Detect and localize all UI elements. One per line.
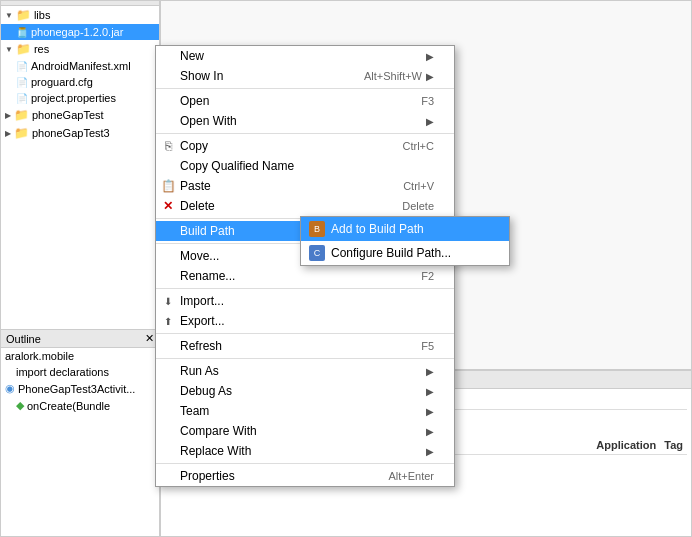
package-explorer-panel: ▼ 📁 libs 🫙 phonegap-1.2.0.jar ▼ 📁 res 📄 … bbox=[0, 0, 160, 330]
outline-item-oncreate[interactable]: ◆ onCreate(Bundle bbox=[1, 397, 159, 414]
tree-item-proguard[interactable]: 📄 proguard.cfg bbox=[1, 74, 159, 90]
menu-item-properties[interactable]: Properties Alt+Enter bbox=[156, 466, 454, 486]
logcat-col-application: Application bbox=[592, 438, 660, 452]
paste-icon: 📋 bbox=[160, 178, 176, 194]
menu-label-compare-with: Compare With bbox=[180, 424, 422, 438]
menu-item-copy-qualified[interactable]: Copy Qualified Name bbox=[156, 156, 454, 176]
menu-arrow-replace-with: ▶ bbox=[426, 446, 434, 457]
menu-item-refresh[interactable]: Refresh F5 bbox=[156, 336, 454, 356]
tree-item-project-properties[interactable]: 📄 project.properties bbox=[1, 90, 159, 106]
menu-shortcut-open: F3 bbox=[421, 95, 434, 107]
tree-label-phonegaptest3: phoneGapTest3 bbox=[32, 127, 110, 139]
menu-item-compare-with[interactable]: Compare With ▶ bbox=[156, 421, 454, 441]
submenu-label-add-build-path: Add to Build Path bbox=[331, 222, 424, 236]
menu-item-new[interactable]: New ▶ bbox=[156, 46, 454, 66]
jar-icon-phonegap: 🫙 bbox=[16, 27, 28, 38]
menu-label-paste: Paste bbox=[180, 179, 383, 193]
tree-item-manifest[interactable]: 📄 AndroidManifest.xml bbox=[1, 58, 159, 74]
menu-item-debug-as[interactable]: Debug As ▶ bbox=[156, 381, 454, 401]
outline-label-imports: import declarations bbox=[16, 366, 109, 378]
menu-label-run-as: Run As bbox=[180, 364, 422, 378]
menu-label-debug-as: Debug As bbox=[180, 384, 422, 398]
menu-item-copy[interactable]: ⎘ Copy Ctrl+C bbox=[156, 136, 454, 156]
folder-icon-libs: 📁 bbox=[16, 8, 31, 22]
tree-label-phonegap: phonegap-1.2.0.jar bbox=[31, 26, 123, 38]
tree-item-res[interactable]: ▼ 📁 res bbox=[1, 40, 159, 58]
tree-item-phonegaptest3[interactable]: ▶ 📁 phoneGapTest3 bbox=[1, 124, 159, 142]
tree-label-libs: libs bbox=[34, 9, 51, 21]
menu-shortcut-delete: Delete bbox=[402, 200, 434, 212]
menu-item-team[interactable]: Team ▶ bbox=[156, 401, 454, 421]
menu-label-new: New bbox=[180, 49, 422, 63]
menu-label-properties: Properties bbox=[180, 469, 368, 483]
oncreate-icon: ◆ bbox=[16, 399, 24, 412]
outline-item-activity[interactable]: ◉ PhoneGapTest3Activit... bbox=[1, 380, 159, 397]
separator-7 bbox=[156, 358, 454, 359]
submenu-item-add-build-path[interactable]: B Add to Build Path bbox=[301, 217, 509, 241]
menu-shortcut-paste: Ctrl+V bbox=[403, 180, 434, 192]
separator-6 bbox=[156, 333, 454, 334]
tree-label-proguard: proguard.cfg bbox=[31, 76, 93, 88]
tree-item-phonegap-jar[interactable]: 🫙 phonegap-1.2.0.jar bbox=[1, 24, 159, 40]
configure-buildpath-icon: C bbox=[309, 245, 325, 261]
file-icon-project-props: 📄 bbox=[16, 93, 28, 104]
menu-arrow-run-as: ▶ bbox=[426, 366, 434, 377]
menu-arrow-show-in: ▶ bbox=[426, 71, 434, 82]
outline-item-package[interactable]: aralork.mobile bbox=[1, 348, 159, 364]
menu-arrow-debug-as: ▶ bbox=[426, 386, 434, 397]
expand-arrow-res: ▼ bbox=[5, 45, 13, 54]
outline-label-activity: PhoneGapTest3Activit... bbox=[18, 383, 135, 395]
separator-1 bbox=[156, 88, 454, 89]
tree-label-project-props: project.properties bbox=[31, 92, 116, 104]
menu-arrow-compare-with: ▶ bbox=[426, 426, 434, 437]
close-icon-outline[interactable]: ✕ bbox=[145, 332, 154, 345]
tree-item-phonegaptest[interactable]: ▶ 📁 phoneGapTest bbox=[1, 106, 159, 124]
menu-shortcut-refresh: F5 bbox=[421, 340, 434, 352]
add-buildpath-icon: B bbox=[309, 221, 325, 237]
menu-label-replace-with: Replace With bbox=[180, 444, 422, 458]
menu-label-show-in: Show In bbox=[180, 69, 344, 83]
import-icon: ⬇ bbox=[160, 293, 176, 309]
menu-item-delete[interactable]: ✕ Delete Delete bbox=[156, 196, 454, 216]
separator-8 bbox=[156, 463, 454, 464]
menu-shortcut-rename: F2 bbox=[421, 270, 434, 282]
expand-arrow-phonegaptest3: ▶ bbox=[5, 129, 11, 138]
menu-item-export[interactable]: ⬆ Export... bbox=[156, 311, 454, 331]
outline-item-imports[interactable]: import declarations bbox=[1, 364, 159, 380]
menu-item-open[interactable]: Open F3 bbox=[156, 91, 454, 111]
menu-label-refresh: Refresh bbox=[180, 339, 401, 353]
folder-icon-phonegaptest3: 📁 bbox=[14, 126, 29, 140]
export-icon: ⬆ bbox=[160, 313, 176, 329]
menu-shortcut-properties: Alt+Enter bbox=[388, 470, 434, 482]
expand-arrow-phonegaptest: ▶ bbox=[5, 111, 11, 120]
menu-item-replace-with[interactable]: Replace With ▶ bbox=[156, 441, 454, 461]
menu-item-import[interactable]: ⬇ Import... bbox=[156, 291, 454, 311]
xml-icon-manifest: 📄 bbox=[16, 61, 28, 72]
outline-title-text: Outline bbox=[6, 333, 41, 345]
folder-icon-phonegaptest: 📁 bbox=[14, 108, 29, 122]
panel-title-outline: Outline ✕ bbox=[1, 330, 159, 348]
menu-label-team: Team bbox=[180, 404, 422, 418]
context-menu: New ▶ Show In Alt+Shift+W ▶ Open F3 Open… bbox=[155, 45, 455, 487]
menu-label-delete: Delete bbox=[180, 199, 382, 213]
menu-label-copy: Copy bbox=[180, 139, 383, 153]
menu-label-open-with: Open With bbox=[180, 114, 422, 128]
separator-5 bbox=[156, 288, 454, 289]
tree-item-libs[interactable]: ▼ 📁 libs bbox=[1, 6, 159, 24]
outline-label-package: aralork.mobile bbox=[5, 350, 74, 362]
menu-arrow-new: ▶ bbox=[426, 51, 434, 62]
copy-icon: ⎘ bbox=[160, 138, 176, 154]
tree-label-phonegaptest: phoneGapTest bbox=[32, 109, 104, 121]
menu-item-show-in[interactable]: Show In Alt+Shift+W ▶ bbox=[156, 66, 454, 86]
menu-shortcut-show-in: Alt+Shift+W bbox=[364, 70, 422, 82]
submenu-label-configure-build-path: Configure Build Path... bbox=[331, 246, 451, 260]
menu-label-import: Import... bbox=[180, 294, 434, 308]
menu-item-open-with[interactable]: Open With ▶ bbox=[156, 111, 454, 131]
menu-item-run-as[interactable]: Run As ▶ bbox=[156, 361, 454, 381]
tree-label-manifest: AndroidManifest.xml bbox=[31, 60, 131, 72]
submenu-item-configure-build-path[interactable]: C Configure Build Path... bbox=[301, 241, 509, 265]
menu-item-rename[interactable]: Rename... F2 bbox=[156, 266, 454, 286]
menu-item-paste[interactable]: 📋 Paste Ctrl+V bbox=[156, 176, 454, 196]
delete-icon: ✕ bbox=[160, 198, 176, 214]
tree-label-res: res bbox=[34, 43, 49, 55]
